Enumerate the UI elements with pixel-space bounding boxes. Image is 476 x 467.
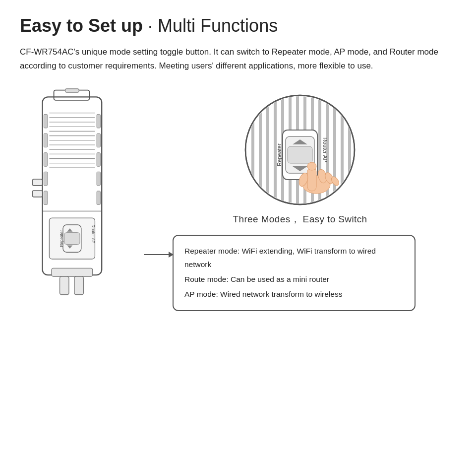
- three-modes-label: Three Modes， Easy to Switch: [233, 213, 367, 226]
- svg-point-78: [307, 162, 316, 170]
- svg-text:Router AP: Router AP: [91, 225, 95, 244]
- arrow-icon: [144, 249, 174, 261]
- circle-diagram-svg: Repeater Router AP: [243, 93, 357, 207]
- mode-route: Route mode: Can be used as a mini router: [184, 273, 404, 286]
- description-text: CF-WR754AC's unique mode setting toggle …: [20, 45, 446, 73]
- mode-repeater: Repeater mode: WiFi extending, WiFi tran…: [184, 245, 404, 271]
- svg-rect-37: [74, 276, 83, 295]
- svg-rect-38: [65, 89, 79, 92]
- svg-rect-18: [44, 172, 47, 186]
- svg-rect-20: [97, 115, 100, 129]
- svg-rect-17: [44, 153, 47, 167]
- device-svg: Repeater Router AP: [25, 88, 124, 316]
- right-panel: Repeater Router AP Three Modes， E: [144, 88, 456, 311]
- svg-rect-36: [60, 276, 69, 295]
- svg-rect-35: [52, 268, 93, 277]
- svg-rect-19: [44, 191, 47, 205]
- content-area: Repeater Router AP: [20, 88, 456, 316]
- device-illustration: Repeater Router AP: [20, 88, 129, 316]
- page-title: Easy to Set up · Multi Functions: [20, 15, 456, 36]
- svg-rect-23: [97, 172, 100, 186]
- svg-rect-26: [32, 191, 42, 197]
- svg-rect-15: [44, 115, 47, 129]
- svg-rect-21: [97, 133, 100, 147]
- svg-rect-22: [97, 153, 100, 167]
- svg-rect-24: [97, 191, 100, 205]
- svg-rect-77: [307, 167, 316, 191]
- svg-rect-30: [64, 233, 80, 245]
- svg-text:Repeater: Repeater: [60, 230, 64, 247]
- title-separator: ·: [143, 15, 158, 36]
- svg-rect-25: [32, 179, 42, 186]
- svg-rect-71: [288, 146, 312, 163]
- mode-ap: AP mode: Wired network transform to wire…: [184, 288, 404, 301]
- title-bold: Easy to Set up: [20, 15, 143, 36]
- svg-rect-16: [44, 133, 47, 147]
- modes-box: Repeater mode: WiFi extending, WiFi tran…: [173, 235, 416, 311]
- svg-text:Router AP: Router AP: [322, 137, 328, 162]
- svg-text:Repeater: Repeater: [276, 143, 282, 166]
- title-light: Multi Functions: [158, 15, 278, 36]
